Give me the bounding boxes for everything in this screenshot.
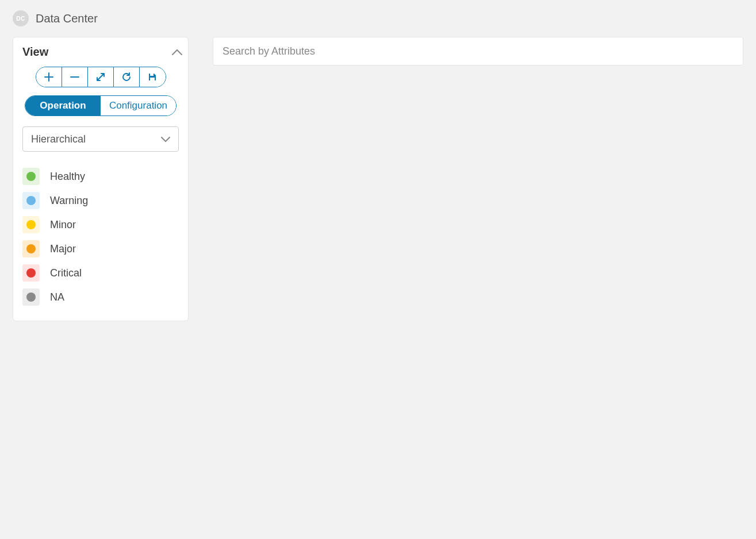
legend-swatch	[22, 168, 40, 185]
save-button[interactable]	[140, 67, 166, 87]
mode-toggle: Operation Configuration	[25, 95, 176, 116]
view-panel-title: View	[22, 45, 48, 59]
refresh-button[interactable]	[114, 67, 140, 87]
collapse-panel-button[interactable]	[168, 47, 179, 57]
node-corefab-label: corefab	[550, 259, 600, 276]
svg-rect-0	[150, 74, 153, 76]
legend-swatch	[22, 264, 40, 282]
legend-dot-icon	[26, 268, 36, 278]
legend-dot-icon	[26, 244, 36, 253]
legend-label: Major	[50, 243, 76, 255]
node-k8s-label: 172.28.8.233	[356, 479, 443, 496]
plus-icon	[44, 72, 53, 82]
zoom-out-button[interactable]	[62, 67, 88, 87]
legend-swatch	[22, 288, 40, 306]
refresh-icon	[122, 72, 131, 82]
page-header: DC Data Center	[13, 10, 743, 26]
legend-swatch	[22, 240, 40, 257]
chevron-down-icon	[161, 133, 170, 145]
node-bgfab[interactable]: bgfab	[368, 181, 431, 276]
node-vcenter-label: 172.28.10.184	[527, 479, 623, 496]
datacenter-chip: DC	[13, 10, 29, 26]
zoom-in-button[interactable]	[36, 67, 62, 87]
search-input[interactable]	[213, 37, 743, 66]
legend-item: Warning	[22, 188, 179, 213]
page-title: Data Center	[36, 12, 98, 25]
view-panel: View	[13, 37, 189, 321]
node-k8s[interactable]: 172.28.8.233	[356, 402, 443, 496]
legend-label: Healthy	[50, 171, 85, 183]
expand-icon	[96, 72, 105, 82]
legend-item: Healthy	[22, 164, 179, 188]
legend-item: Minor	[22, 213, 179, 237]
legend-label: NA	[50, 291, 64, 303]
svg-rect-1	[150, 78, 155, 80]
node-bgfab-label: bgfab	[381, 259, 418, 276]
minus-icon	[70, 72, 79, 82]
save-icon	[148, 72, 157, 82]
edge-bgfab-vc	[413, 241, 563, 405]
legend-item: Critical	[22, 261, 179, 285]
tab-operation[interactable]: Operation	[25, 96, 101, 116]
chevron-up-icon	[172, 49, 175, 56]
node-corefab[interactable]: corefab	[543, 181, 607, 276]
legend-label: Critical	[50, 267, 82, 279]
node-vcenter[interactable]: 172.28.10.184	[527, 402, 623, 496]
layout-dropdown[interactable]: Hierarchical	[22, 126, 179, 152]
view-toolbar	[36, 67, 166, 87]
layout-dropdown-value: Hierarchical	[31, 133, 86, 145]
legend-dot-icon	[26, 292, 36, 302]
legend-item: NA	[22, 285, 179, 309]
svg-rect-22	[573, 430, 589, 446]
tab-configuration[interactable]: Configuration	[101, 96, 176, 116]
fit-button[interactable]	[88, 67, 114, 87]
legend-dot-icon	[26, 196, 36, 205]
legend-swatch	[22, 192, 40, 209]
edge-corefab-k8s	[413, 241, 561, 405]
legend-swatch	[22, 216, 40, 233]
legend-dot-icon	[26, 172, 36, 181]
legend-label: Minor	[50, 219, 76, 231]
legend-label: Warning	[50, 195, 88, 207]
legend-dot-icon	[26, 220, 36, 229]
edge-bgfab-corefab	[431, 203, 543, 222]
status-legend: HealthyWarningMinorMajorCriticalNA	[22, 164, 179, 309]
legend-item: Major	[22, 237, 179, 261]
